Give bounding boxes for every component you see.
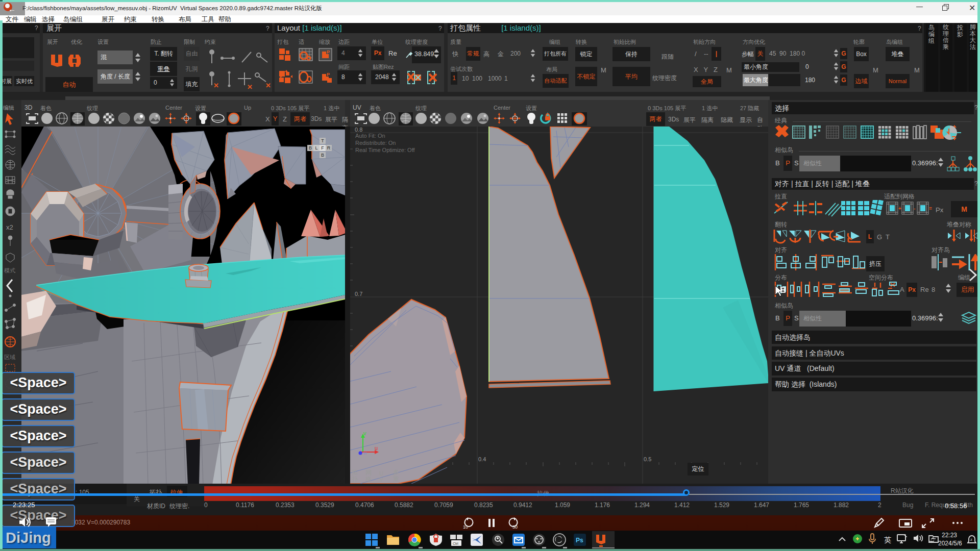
svg-text:+: +: [898, 206, 901, 211]
svg-text:B: B: [309, 145, 312, 151]
svg-text:u: u: [375, 445, 378, 451]
svg-text:英: 英: [884, 536, 891, 544]
svg-text:v: v: [363, 430, 366, 436]
svg-text:Auto Fit: On: Auto Fit: On: [355, 133, 385, 139]
svg-text:模式: 模式: [4, 267, 15, 273]
svg-text:Real Time Optimize: Off: Real Time Optimize: Off: [355, 147, 415, 153]
svg-text:0.4: 0.4: [478, 456, 486, 462]
svg-text:z: z: [970, 537, 972, 542]
svg-text:10: 10: [463, 524, 468, 530]
svg-text:T: T: [321, 138, 324, 143]
svg-text:✕: ✕: [265, 82, 271, 89]
svg-text:✕: ✕: [247, 83, 253, 91]
svg-text:B: B: [321, 153, 324, 158]
svg-text:0.7: 0.7: [355, 291, 362, 297]
svg-text:30: 30: [512, 524, 518, 530]
svg-text:F: F: [321, 145, 324, 151]
svg-text:0.8: 0.8: [355, 127, 362, 133]
svg-text:Ctrl: Ctrl: [453, 542, 458, 545]
svg-text:0.5: 0.5: [644, 456, 651, 462]
svg-text:P: P: [327, 49, 330, 55]
svg-text:L: L: [315, 145, 317, 151]
svg-text:区域: 区域: [4, 354, 15, 360]
svg-text:Ps: Ps: [576, 537, 583, 544]
svg-text:R: R: [327, 145, 331, 151]
svg-text:=: =: [929, 206, 932, 211]
svg-text:-: -: [914, 206, 915, 211]
svg-text:P: P: [327, 72, 330, 77]
svg-text:Redistribute: On: Redistribute: On: [355, 140, 396, 146]
svg-text:w: w: [363, 450, 367, 456]
svg-text:x2: x2: [6, 223, 13, 231]
svg-text:✕: ✕: [213, 82, 219, 89]
